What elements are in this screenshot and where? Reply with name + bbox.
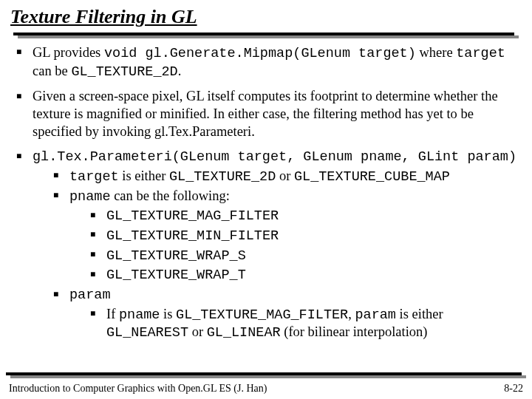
text: where xyxy=(416,45,456,60)
code: target xyxy=(69,169,119,185)
code: GL_TEXTURE_WRAP_T xyxy=(106,267,246,283)
bullet-3c1: If pname is GL_TEXTURE_MAG_FILTER, param… xyxy=(90,306,517,342)
title-area: Texture Filtering in GL xyxy=(0,0,532,38)
bullet-1: GL provides void gl.Generate.Mipmap(GLen… xyxy=(16,44,517,81)
content-area: GL provides void gl.Generate.Mipmap(GLen… xyxy=(0,44,532,342)
code: GL_TEXTURE_2D xyxy=(71,64,177,80)
slide-title: Texture Filtering in GL xyxy=(10,6,522,28)
slide: Texture Filtering in GL GL provides void… xyxy=(0,0,532,399)
footer: Introduction to Computer Graphics with O… xyxy=(9,383,523,395)
text: or xyxy=(188,324,207,339)
text: is either xyxy=(396,307,443,321)
text: or xyxy=(276,168,294,183)
code: GL_LINEAR xyxy=(207,325,281,341)
code: GL_NEAREST xyxy=(106,325,188,341)
bullet-opt1: GL_TEXTURE_MAG_FILTER xyxy=(90,207,517,225)
text: GL provides xyxy=(33,45,104,60)
code: GL_TEXTURE_CUBE_MAP xyxy=(294,169,450,185)
code: param xyxy=(355,307,396,323)
divider-line xyxy=(6,372,522,375)
code: param xyxy=(69,287,111,303)
bullet-opt4: GL_TEXTURE_WRAP_T xyxy=(90,266,517,284)
divider-line xyxy=(13,33,514,35)
footer-right: 8-22 xyxy=(504,383,523,395)
code: void gl.Generate.Mipmap(GLenum target) xyxy=(104,46,416,61)
code: GL_TEXTURE_WRAP_S xyxy=(106,248,246,264)
code: GL_TEXTURE_2D xyxy=(169,169,276,185)
code: GL_TEXTURE_MAG_FILTER xyxy=(176,307,348,323)
text: is either xyxy=(119,168,169,183)
code: gl.Tex.Parameteri(GLenum target, GLenum … xyxy=(33,149,516,165)
code: pname xyxy=(119,307,160,323)
divider-shadow xyxy=(18,35,519,38)
text: If xyxy=(106,307,119,321)
code: pname xyxy=(69,189,111,205)
bullet-3b: pname can be the following: GL_TEXTURE_M… xyxy=(53,188,517,284)
bullet-3: gl.Tex.Parameteri(GLenum target, GLenum … xyxy=(16,148,517,342)
bullet-2: Given a screen-space pixel, GL itself co… xyxy=(16,88,517,140)
bullet-3a: target is either GL_TEXTURE_2D or GL_TEX… xyxy=(53,168,517,186)
code: GL_TEXTURE_MIN_FILTER xyxy=(106,228,279,244)
bullet-opt3: GL_TEXTURE_WRAP_S xyxy=(90,247,517,265)
text: can be xyxy=(33,64,71,78)
footer-divider xyxy=(6,372,526,378)
code: GL_TEXTURE_MAG_FILTER xyxy=(106,208,279,224)
text: is xyxy=(160,307,176,321)
text: can be the following: xyxy=(111,188,230,203)
divider-shadow xyxy=(10,375,526,378)
bullet-opt2: GL_TEXTURE_MIN_FILTER xyxy=(90,227,517,245)
bullet-3c: param If pname is GL_TEXTURE_MAG_FILTER,… xyxy=(53,286,517,342)
text: Given a screen-space pixel, GL itself co… xyxy=(33,89,498,138)
code: target xyxy=(456,46,505,61)
footer-left: Introduction to Computer Graphics with O… xyxy=(9,383,267,395)
title-divider xyxy=(13,33,519,38)
text: . xyxy=(178,64,182,78)
text: (for bilinear interpolation) xyxy=(281,324,428,339)
